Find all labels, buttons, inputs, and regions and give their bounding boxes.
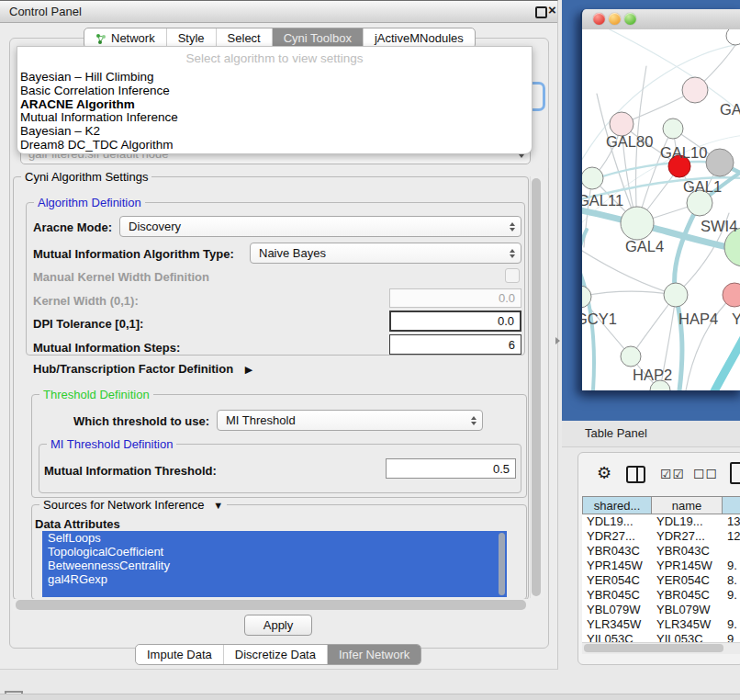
table-cell: YDL19... bbox=[582, 514, 652, 529]
node-label-hap4: HAP4 bbox=[678, 310, 718, 327]
network-node[interactable] bbox=[621, 207, 654, 240]
network-node[interactable] bbox=[582, 167, 603, 189]
apply-button-label: Apply bbox=[263, 618, 294, 632]
table-row[interactable]: YDL19...YDL19...13 bbox=[582, 514, 740, 529]
network-node[interactable] bbox=[663, 119, 683, 139]
manual-kernel-checkbox[interactable] bbox=[505, 268, 520, 283]
network-node[interactable] bbox=[621, 346, 641, 367]
tab-select[interactable]: Select bbox=[216, 28, 272, 48]
algorithm-option-bayesian-k2[interactable]: Bayesian – K2 bbox=[17, 125, 532, 139]
table-cell: 9. bbox=[723, 617, 740, 632]
network-view-window[interactable]: GALGAL80GAL10GAL1GAL11SWI4GAL4GCY1HAP4YH… bbox=[580, 9, 740, 390]
table-horizontal-scrollbar-thumb[interactable] bbox=[584, 644, 723, 652]
dpi-tolerance-field[interactable]: 0.0 bbox=[389, 310, 521, 332]
network-node[interactable] bbox=[664, 283, 688, 307]
table-cell: YBR045C bbox=[652, 588, 723, 603]
column-header-name[interactable]: name bbox=[652, 496, 723, 514]
tab-discretize-data[interactable]: Discretize Data bbox=[223, 645, 327, 664]
network-window-titlebar[interactable] bbox=[582, 9, 740, 30]
column-header-extra[interactable] bbox=[723, 496, 740, 514]
close-icon[interactable]: × bbox=[548, 2, 556, 17]
settings-vertical-scrollbar-thumb[interactable] bbox=[532, 178, 541, 596]
algorithm-dropdown[interactable]: Select algorithm to view settings Bayesi… bbox=[17, 46, 533, 154]
mac-close-button[interactable] bbox=[593, 13, 605, 25]
settings-horizontal-scrollbar-thumb[interactable] bbox=[16, 600, 526, 610]
which-threshold-label: Which threshold to use: bbox=[73, 414, 209, 428]
algorithm-option-dream8-dc-tdc-algorithm[interactable]: Dream8 DC_TDC Algorithm bbox=[17, 139, 532, 152]
node-label-gal1: GAL1 bbox=[683, 178, 722, 195]
expander-down-icon: ▼ bbox=[213, 500, 223, 511]
node-label-gal10: GAL10 bbox=[660, 144, 707, 161]
tab-label: Cyni Toolbox bbox=[284, 31, 352, 45]
cyni-settings-title: Cyni Algorithm Settings bbox=[21, 170, 151, 184]
table-cell: YDR27... bbox=[652, 529, 723, 544]
tab-impute-data[interactable]: Impute Data bbox=[136, 645, 223, 664]
data-attributes-list[interactable]: SelfLoopsTopologicalCoefficientBetweenne… bbox=[42, 531, 507, 597]
table-row[interactable]: YER054CYER054C8. bbox=[582, 573, 740, 588]
tab-style[interactable]: Style bbox=[166, 28, 216, 48]
table-cell: YER054C bbox=[652, 573, 723, 588]
deselect-checkboxes-icon[interactable]: ☐☐ bbox=[693, 467, 718, 481]
tab-jactivemnodules[interactable]: jActiveMNodules bbox=[363, 28, 475, 48]
node-label-y: Y bbox=[732, 310, 740, 327]
column-header-shared[interactable]: shared... bbox=[582, 496, 652, 514]
select-all-checkboxes-icon[interactable]: ☑☑ bbox=[660, 467, 685, 481]
apply-button[interactable]: Apply bbox=[244, 615, 312, 636]
tab-label: Discretize Data bbox=[235, 648, 316, 661]
data-attribute-item[interactable]: BetweennessCentrality bbox=[42, 559, 507, 572]
float-window-icon[interactable] bbox=[535, 6, 547, 18]
aracne-mode-select[interactable]: Discovery bbox=[119, 216, 521, 237]
panel-splitter-handle[interactable] bbox=[555, 337, 560, 344]
algorithm-option-bayesian-hill-climbing[interactable]: Bayesian – Hill Climbing bbox=[17, 71, 532, 85]
network-node[interactable] bbox=[706, 149, 734, 176]
network-canvas[interactable]: GALGAL80GAL10GAL1GAL11SWI4GAL4GCY1HAP4YH… bbox=[582, 29, 740, 390]
data-attribute-item[interactable]: TopologicalCoefficient bbox=[42, 545, 507, 559]
table-cell: YER054C bbox=[582, 573, 652, 588]
mac-minimize-button[interactable] bbox=[609, 13, 621, 25]
sources-title-row[interactable]: Sources for Network Inference ▼ bbox=[39, 498, 227, 512]
split-view-icon[interactable] bbox=[626, 466, 645, 483]
attributes-list-scrollbar[interactable] bbox=[499, 533, 505, 595]
mi-type-select[interactable]: Naive Bayes bbox=[250, 243, 521, 264]
node-label-gal4: GAL4 bbox=[625, 238, 664, 254]
kernel-width-field[interactable]: 0.0 bbox=[389, 288, 521, 308]
table-cell: 8. bbox=[723, 573, 740, 588]
mi-steps-field[interactable]: 6 bbox=[389, 334, 521, 355]
mi-type-value: Naive Bayes bbox=[259, 246, 326, 260]
table-row[interactable]: YBL079WYBL079W bbox=[582, 603, 740, 617]
node-table: shared...name YDL19...YDL19...13YDR27...… bbox=[582, 496, 740, 649]
aracne-mode-value: Discovery bbox=[129, 220, 181, 233]
export-table-icon[interactable] bbox=[730, 462, 740, 484]
dpi-tolerance-value: 0.0 bbox=[498, 314, 514, 328]
network-edge bbox=[582, 251, 676, 295]
gear-icon[interactable]: ⚙ bbox=[597, 463, 611, 483]
tab-network[interactable]: Network bbox=[84, 28, 166, 48]
data-attribute-item[interactable]: gal4RGexp bbox=[42, 572, 507, 586]
node-label-gal11: GAL11 bbox=[582, 192, 623, 209]
which-threshold-select[interactable]: MI Threshold bbox=[217, 410, 483, 431]
which-threshold-value: MI Threshold bbox=[226, 413, 296, 427]
table-row[interactable]: YDR27...YDR27...12 bbox=[582, 529, 740, 544]
table-cell: YPR145W bbox=[652, 559, 723, 573]
node-label-swi4: SWI4 bbox=[701, 218, 737, 234]
table-row[interactable]: YPR145WYPR145W9. bbox=[582, 559, 740, 573]
algorithm-option-aracne-algorithm[interactable]: ARACNE Algorithm bbox=[17, 98, 532, 112]
mi-threshold-field[interactable]: 0.5 bbox=[386, 458, 516, 479]
algorithm-option-basic-correlation-inference[interactable]: Basic Correlation Inference bbox=[17, 85, 532, 98]
table-row[interactable]: YLR345WYLR345W9. bbox=[582, 617, 740, 632]
tab-cyni-toolbox[interactable]: Cyni Toolbox bbox=[272, 28, 363, 48]
node-label-gcy1: GCY1 bbox=[582, 310, 617, 327]
tab-label: Style bbox=[178, 31, 205, 45]
algorithm-option-mutual-information-inference[interactable]: Mutual Information Inference bbox=[17, 111, 532, 125]
data-attribute-item[interactable]: SelfLoops bbox=[42, 531, 507, 545]
table-row[interactable]: YBR045CYBR045C9. bbox=[582, 588, 740, 603]
network-node[interactable] bbox=[682, 77, 708, 103]
hub-definition-expander[interactable]: Hub/Transcription Factor Definition ▶ bbox=[33, 362, 252, 376]
tab-infer-network[interactable]: Infer Network bbox=[327, 645, 420, 664]
threshold-definition-title: Threshold Definition bbox=[39, 388, 153, 401]
mac-zoom-button[interactable] bbox=[624, 13, 636, 25]
table-row[interactable]: YBR043CYBR043C bbox=[582, 544, 740, 559]
tab-label: Select bbox=[228, 31, 261, 45]
network-edge bbox=[713, 334, 740, 390]
network-node[interactable] bbox=[726, 29, 740, 45]
